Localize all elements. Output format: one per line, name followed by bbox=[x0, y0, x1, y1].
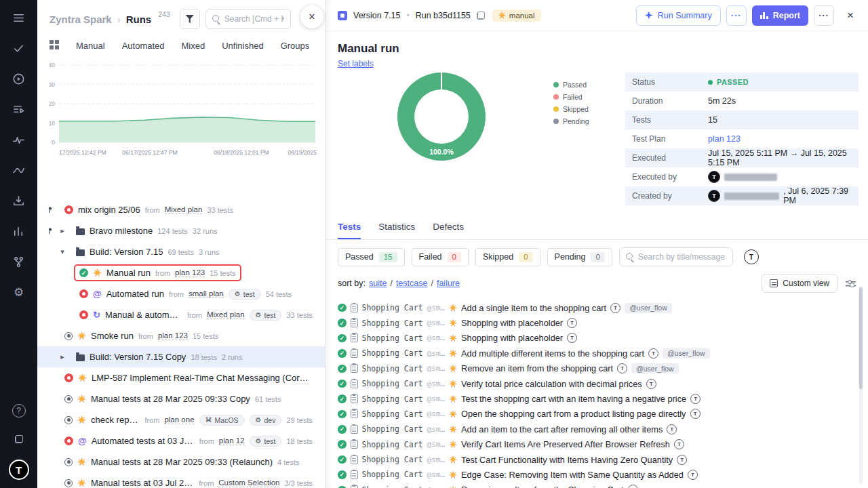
user-avatar[interactable]: T bbox=[9, 460, 29, 480]
chevron-down-icon[interactable]: ▾ bbox=[59, 247, 66, 256]
detail-tab[interactable]: Statistics bbox=[378, 222, 415, 239]
menu-button[interactable] bbox=[11, 9, 27, 26]
test-row[interactable]: ✓ Shopping Cart @sm… Add a single item t… bbox=[338, 300, 852, 315]
run-tree-item[interactable]: @ Automated run from small plan ⚙test 54… bbox=[37, 283, 325, 304]
runs-tab[interactable]: Manual bbox=[76, 41, 105, 51]
manual-run-badge: manual bbox=[492, 9, 541, 22]
run-tree-item[interactable]: ✓ Manual run from plan 123 15 tests bbox=[37, 262, 325, 283]
rail-reports-button[interactable] bbox=[11, 223, 27, 239]
close-detail-button[interactable]: × bbox=[842, 9, 859, 22]
tests-search[interactable] bbox=[619, 247, 733, 266]
test-row[interactable]: ✓ Shopping Cart @sm… Edge Case: Removing… bbox=[338, 467, 852, 482]
run-summary-button[interactable]: Run Summary bbox=[636, 5, 721, 26]
chevron-right-icon[interactable]: ▸ bbox=[59, 352, 66, 361]
rail-testcases-button[interactable] bbox=[11, 40, 27, 56]
manual-test-icon bbox=[449, 319, 457, 327]
passed-check-icon: ✓ bbox=[338, 349, 347, 358]
svg-text:20: 20 bbox=[49, 100, 56, 107]
close-runs-panel-button[interactable]: × bbox=[300, 5, 323, 28]
test-row[interactable]: ✓ Shopping Cart @sm… Shopping with place… bbox=[338, 315, 852, 330]
run-tree-item[interactable]: Smoke run from plan 123 15 tests bbox=[37, 325, 325, 346]
run-tree-item[interactable]: ▾ Build: Version 7.15 bbox=[37, 241, 325, 262]
plan-link[interactable]: plan 12 bbox=[219, 436, 245, 445]
runs-tab[interactable]: Unfinished bbox=[222, 41, 263, 51]
rail-docs-button[interactable] bbox=[11, 431, 27, 447]
filter-button[interactable] bbox=[180, 9, 200, 29]
plan-link[interactable]: Custom Selection bbox=[218, 479, 279, 487]
status-filter-chip[interactable]: Failed 0 bbox=[412, 248, 469, 266]
plan-link[interactable]: Mixed plan bbox=[165, 205, 203, 214]
tests-search-input[interactable] bbox=[638, 252, 726, 262]
run-tree-item[interactable]: Manual tests at 28 Mar 2025 09:33 (Relau… bbox=[37, 451, 325, 472]
test-row[interactable]: ✓ Shopping Cart @sm… Removing an Item fr… bbox=[338, 483, 852, 488]
run-tree-item[interactable]: ▸ Build: Version 7.15 Copy bbox=[37, 346, 325, 367]
suite-name: Shopping Cart bbox=[362, 379, 423, 388]
plan-link[interactable]: plan 123 bbox=[175, 268, 205, 277]
test-row[interactable]: ✓ Shopping Cart @sm… Test the shopping c… bbox=[338, 391, 852, 406]
run-tree-item[interactable]: Manual tests at 28 Mar 2025 09:33 Copy 6… bbox=[37, 388, 325, 409]
summary-more-button[interactable]: ··· bbox=[726, 5, 747, 26]
test-row[interactable]: ✓ Shopping Cart @sm… Remove an item from… bbox=[338, 361, 852, 376]
runs-tab[interactable]: Automated bbox=[122, 41, 165, 51]
sort-testcase-link[interactable]: testcase bbox=[396, 279, 428, 288]
run-tree-item[interactable]: Manual tests at 03 Jul 2025 12:08 from C… bbox=[37, 472, 325, 488]
report-button[interactable]: Report bbox=[752, 5, 808, 26]
set-labels-link[interactable]: Set labels bbox=[338, 59, 374, 68]
test-row[interactable]: ✓ Shopping Cart @sm… Open the shopping c… bbox=[338, 407, 852, 422]
runs-tab[interactable]: Groups bbox=[281, 41, 310, 51]
layout-icon bbox=[770, 279, 778, 287]
sort-suite-link[interactable]: suite bbox=[369, 279, 387, 288]
test-row[interactable]: ✓ Shopping Cart @sm… Verify Cart Items A… bbox=[338, 437, 852, 452]
rail-branch-button[interactable] bbox=[11, 253, 27, 270]
run-tree-item[interactable]: LMP-587 Implement Real-Time Chat Messagi… bbox=[37, 367, 325, 388]
run-tree-item[interactable]: mix origin 25/06 from Mixed plan 33 test… bbox=[37, 199, 325, 220]
grid-view-icon[interactable] bbox=[50, 40, 59, 52]
rail-pulse-button[interactable] bbox=[11, 131, 27, 148]
plan-link[interactable]: small plan bbox=[189, 289, 224, 298]
manual-run-icon bbox=[77, 479, 86, 487]
sort-failure-link[interactable]: failure bbox=[437, 279, 460, 288]
status-filter-chip[interactable]: Pending 0 bbox=[547, 248, 612, 266]
run-tests-count: 18 tests bbox=[286, 437, 313, 445]
svg-text:40: 40 bbox=[49, 62, 56, 68]
assignee-filter-button[interactable]: T bbox=[744, 249, 759, 264]
test-row[interactable]: ✓ Shopping Cart @sm… Test Cart Functiona… bbox=[338, 452, 852, 467]
run-tree-item[interactable]: ▸ Bravo milestone bbox=[37, 220, 325, 241]
run-tree-item[interactable]: @ Automated tests at 03 Jul 2025 13:25 f… bbox=[37, 430, 325, 451]
run-name: Manual & automated run bbox=[105, 310, 182, 320]
custom-view-button[interactable]: Custom view bbox=[762, 274, 837, 293]
version-label[interactable]: Version 7.15 bbox=[353, 11, 401, 20]
test-row[interactable]: ✓ Shopping Cart @sm… Add multiple differ… bbox=[338, 346, 852, 361]
rail-settings-button[interactable]: ⚙ bbox=[11, 284, 27, 300]
runs-search-input[interactable] bbox=[224, 14, 284, 24]
rail-analytics-button[interactable] bbox=[11, 162, 27, 178]
copy-run-id-icon[interactable] bbox=[477, 12, 485, 20]
breadcrumb-project[interactable]: Zyntra Spark bbox=[50, 14, 112, 25]
plan-link[interactable]: plan 123 bbox=[158, 331, 188, 340]
bullet-separator: • bbox=[407, 11, 410, 20]
test-row[interactable]: ✓ Shopping Cart @sm… Shopping with place… bbox=[338, 331, 852, 346]
test-plan-link[interactable]: plan 123 bbox=[708, 134, 741, 144]
chevron-right-icon[interactable]: ▸ bbox=[59, 226, 66, 235]
plan-link[interactable]: plan one bbox=[164, 415, 194, 424]
rail-plans-button[interactable] bbox=[11, 101, 27, 117]
scrollbar-thumb[interactable] bbox=[859, 287, 863, 389]
status-filter-chip[interactable]: Skipped 0 bbox=[475, 248, 540, 266]
run-tree-item[interactable]: check report sharing from plan one ⌘MacO… bbox=[37, 409, 325, 430]
test-list-scrollbar[interactable] bbox=[859, 286, 863, 484]
plan-link[interactable]: Mixed plan bbox=[207, 310, 245, 319]
help-button[interactable]: ? bbox=[11, 403, 27, 419]
detail-tab[interactable]: Defects bbox=[433, 222, 464, 239]
test-row[interactable]: ✓ Shopping Cart @sm… Add an item to the … bbox=[338, 422, 852, 436]
run-tree-item[interactable]: ↻ Manual & automated run from Mixed plan… bbox=[37, 304, 325, 325]
runs-search[interactable] bbox=[205, 9, 291, 29]
runs-tab[interactable]: Mixed bbox=[182, 41, 205, 51]
clipboard-icon bbox=[351, 440, 358, 449]
rail-runs-button[interactable] bbox=[11, 70, 27, 87]
test-row[interactable]: ✓ Shopping Cart @sm… Verify total price … bbox=[338, 376, 852, 391]
status-filter-chip[interactable]: Passed 15 bbox=[338, 248, 405, 266]
more-actions-button[interactable]: ··· bbox=[814, 5, 834, 26]
rail-import-button[interactable] bbox=[11, 192, 27, 209]
detail-tab[interactable]: Tests bbox=[338, 222, 361, 239]
view-settings-icon[interactable] bbox=[846, 279, 856, 287]
